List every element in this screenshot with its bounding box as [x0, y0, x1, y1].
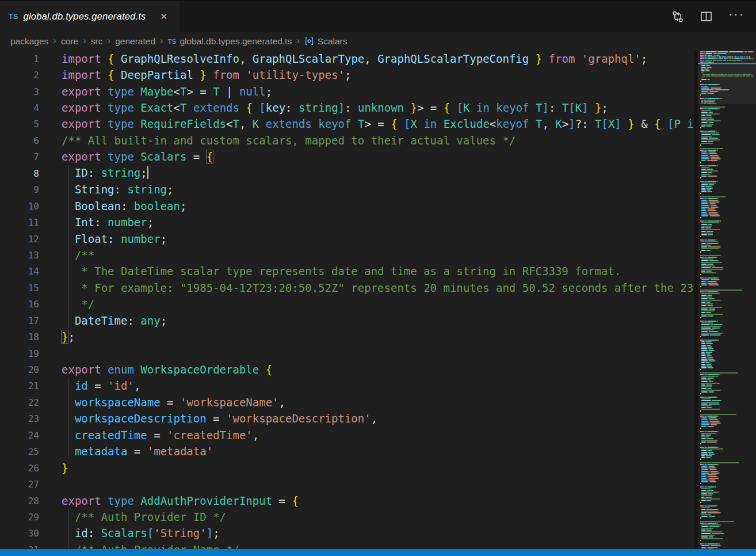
scrollbar-gutter[interactable]	[694, 51, 698, 549]
code-text: Float: number;	[62, 234, 167, 245]
line-number: 28	[0, 496, 39, 507]
code-line[interactable]: 12 Float: number;	[0, 231, 694, 247]
line-number: 5	[0, 119, 39, 130]
code-line[interactable]: 22 workspaceName = 'workspaceName',	[0, 394, 694, 410]
code-line[interactable]: 6/** All built-in and custom scalars, ma…	[0, 132, 694, 148]
breadcrumb: packages›core›src›generated›TSglobal.db.…	[0, 32, 756, 51]
code-line[interactable]: 3export type Maybe<T> = T | null;	[0, 83, 694, 100]
code-text: workspaceDescription = 'workspaceDescrip…	[62, 413, 377, 424]
indent-guide	[68, 280, 68, 296]
code-text: */	[62, 299, 94, 310]
code-line[interactable]: 27	[0, 476, 694, 492]
code-line[interactable]: 11 Int: number;	[0, 214, 694, 230]
breadcrumb-separator-icon: ›	[160, 35, 163, 47]
breadcrumb-item-src[interactable]: src	[91, 36, 103, 47]
code-line[interactable]: 21 id = 'id',	[0, 378, 694, 394]
line-number: 21	[0, 380, 39, 391]
code-line[interactable]: 16 */	[0, 296, 694, 313]
code-line[interactable]: 26}	[0, 460, 694, 476]
indent-guide	[68, 231, 68, 247]
code-text: /**	[62, 250, 94, 261]
symbol-type-icon	[304, 36, 314, 46]
code-line[interactable]: 18};	[0, 329, 694, 345]
code-line[interactable]: 15 * For example: "1985-04-12T23:20:50.5…	[0, 280, 694, 296]
code-line[interactable]: 13 /**	[0, 247, 694, 263]
code-text: import { DeepPartial } from 'utility-typ…	[62, 70, 351, 81]
vscode-window: TS global.db.types.generated.ts ✕	[0, 0, 756, 556]
line-number: 24	[0, 430, 39, 441]
breadcrumb-label: global.db.types.generated.ts	[180, 36, 292, 47]
code-text: * The DateTime scalar type represents da…	[62, 266, 621, 277]
code-line[interactable]: 10 Boolean: boolean;	[0, 198, 694, 214]
code-line[interactable]: 19	[0, 345, 694, 361]
line-number: 22	[0, 397, 39, 408]
code-text: export type Maybe<T> = T | null;	[62, 86, 272, 97]
minimap[interactable]	[698, 51, 756, 549]
line-number: 12	[0, 234, 39, 245]
code-line[interactable]: 28export type AddAuthProviderInput = {	[0, 493, 694, 509]
close-tab-icon[interactable]: ✕	[161, 12, 168, 21]
code-text: /** Auth Provider ID */	[62, 512, 226, 523]
code-line[interactable]: 1import { GraphQLResolveInfo, GraphQLSca…	[0, 51, 694, 67]
indent-guide	[68, 165, 68, 181]
code-line[interactable]: 29 /** Auth Provider ID */	[0, 509, 694, 525]
compare-changes-icon[interactable]	[671, 10, 684, 23]
breadcrumb-label: packages	[10, 36, 48, 47]
breadcrumb-label: src	[91, 36, 103, 47]
indent-guide	[68, 444, 68, 460]
status-bar	[0, 549, 756, 556]
code-text: createdTime = 'createdTime',	[62, 430, 259, 441]
breadcrumb-item-generated[interactable]: generated	[115, 36, 155, 47]
code-line[interactable]: 30 id: Scalars['String'];	[0, 525, 694, 542]
line-number: 2	[0, 70, 39, 81]
code-line[interactable]: 25 metadata = 'metadata'	[0, 444, 694, 460]
code-line[interactable]: 8 ID: string;	[0, 165, 694, 181]
code-line[interactable]: 14 * The DateTime scalar type represents…	[0, 264, 694, 280]
code-line[interactable]: 4export type Exact<T extends { [key: str…	[0, 100, 694, 116]
line-number: 13	[0, 250, 39, 261]
breadcrumb-item-packages[interactable]: packages	[10, 36, 48, 47]
breadcrumb-item-scalars[interactable]: Scalars	[304, 36, 348, 47]
code-line[interactable]: 7export type Scalars = {	[0, 149, 694, 165]
more-actions-icon[interactable]: ···	[728, 14, 744, 19]
code-line[interactable]: 31 /** Auth Provider Name */	[0, 542, 694, 549]
line-number: 20	[0, 364, 39, 375]
breadcrumb-item-global-db-types-generated-ts[interactable]: TSglobal.db.types.generated.ts	[168, 36, 292, 47]
line-number: 26	[0, 463, 39, 474]
code-lines[interactable]: 1import { GraphQLResolveInfo, GraphQLSca…	[0, 51, 694, 549]
breadcrumb-item-core[interactable]: core	[61, 36, 78, 47]
line-number: 4	[0, 102, 39, 113]
indent-guide	[68, 542, 68, 549]
editor-tab-bar: TS global.db.types.generated.ts ✕	[0, 0, 756, 32]
line-number: 8	[0, 168, 39, 179]
code-line[interactable]: 20export enum WorkspaceOrderable {	[0, 361, 694, 378]
code-text: export type Scalars = {	[62, 151, 213, 162]
editor-actions: ···	[671, 1, 756, 32]
line-number: 10	[0, 201, 39, 212]
code-text: export enum WorkspaceOrderable {	[62, 364, 272, 375]
editor-pane[interactable]: 1import { GraphQLResolveInfo, GraphQLSca…	[0, 51, 756, 549]
line-number: 30	[0, 528, 39, 539]
code-text: id: Scalars['String'];	[62, 528, 220, 539]
breadcrumb-separator-icon: ›	[53, 35, 56, 47]
indent-guide	[68, 296, 68, 313]
code-text: Boolean: boolean;	[62, 201, 186, 212]
tab-global-db-types-generated[interactable]: TS global.db.types.generated.ts ✕	[0, 1, 180, 32]
code-line[interactable]: 17 DateTime: any;	[0, 313, 694, 329]
code-line[interactable]: 9 String: string;	[0, 182, 694, 198]
line-number: 7	[0, 151, 39, 162]
code-line[interactable]: 2import { DeepPartial } from 'utility-ty…	[0, 67, 694, 83]
code-line[interactable]: 23 workspaceDescription = 'workspaceDesc…	[0, 411, 694, 427]
tab-label: global.db.types.generated.ts	[24, 11, 146, 22]
line-number: 3	[0, 86, 39, 97]
code-line[interactable]: 24 createdTime = 'createdTime',	[0, 427, 694, 443]
line-number: 15	[0, 283, 39, 294]
line-number: 11	[0, 217, 39, 228]
typescript-file-icon: TS	[9, 13, 18, 21]
line-number: 6	[0, 135, 39, 146]
indent-guide	[68, 378, 68, 394]
code-text: }	[62, 463, 68, 474]
text-cursor	[147, 166, 148, 179]
code-line[interactable]: 5export type RequireFields<T, K extends …	[0, 116, 694, 132]
split-editor-icon[interactable]	[700, 10, 712, 22]
